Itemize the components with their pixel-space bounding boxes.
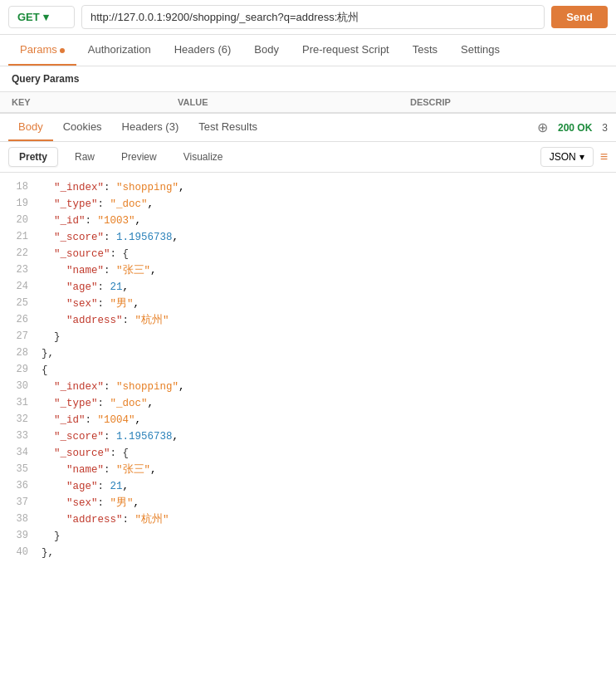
code-line: 21 "_score": 1.1956738,: [0, 229, 616, 246]
request-tabs: Params Authorization Headers (6) Body Pr…: [0, 35, 616, 66]
line-content: }: [42, 329, 616, 345]
response-body[interactable]: 18 "_index": "shopping",19 "_type": "_do…: [0, 173, 616, 590]
line-content: "_index": "shopping",: [42, 179, 616, 196]
tab-headers[interactable]: Headers (6): [163, 35, 243, 66]
response-status-area: ⊕ 200 OK 3: [537, 120, 608, 135]
format-bar: Pretty Raw Preview Visualize JSON ▾ ≡: [0, 142, 616, 173]
line-number: 21: [0, 229, 42, 246]
line-number: 31: [0, 395, 42, 412]
method-chevron: ▾: [43, 11, 49, 23]
fmt-raw[interactable]: Raw: [65, 148, 105, 166]
line-content: "_type": "_doc",: [42, 196, 616, 213]
line-content: "_score": 1.1956738,: [42, 428, 616, 445]
resp-tab-cookies[interactable]: Cookies: [53, 114, 112, 141]
code-line: 29{: [0, 362, 616, 379]
response-tabs: Body Cookies Headers (3) Test Results ⊕ …: [0, 113, 616, 142]
tab-pre-request[interactable]: Pre-request Script: [291, 35, 401, 66]
code-line: 20 "_id": "1003",: [0, 213, 616, 229]
line-content: "_source": {: [42, 445, 616, 462]
line-number: 36: [0, 478, 42, 495]
code-line: 23 "name": "张三",: [0, 262, 616, 279]
line-content: },: [42, 545, 616, 561]
line-number: 29: [0, 362, 42, 379]
line-number: 27: [0, 329, 42, 345]
code-line: 35 "name": "张三",: [0, 462, 616, 478]
line-number: 25: [0, 296, 42, 312]
column-headers: KEY VALUE DESCRIP: [0, 92, 616, 113]
fmt-pretty[interactable]: Pretty: [8, 147, 58, 167]
response-time: 3: [602, 122, 608, 134]
code-line: 26 "address": "杭州": [0, 312, 616, 329]
line-content: }: [42, 528, 616, 545]
line-content: "_type": "_doc",: [42, 395, 616, 412]
line-content: "_id": "1004",: [42, 412, 616, 428]
col-key-label: KEY: [12, 97, 178, 107]
method-dropdown[interactable]: GET ▾: [8, 6, 75, 28]
url-input[interactable]: [81, 5, 545, 29]
code-line: 33 "_score": 1.1956738,: [0, 428, 616, 445]
code-line: 22 "_source": {: [0, 246, 616, 262]
json-format-select[interactable]: JSON ▾: [540, 147, 594, 167]
line-number: 39: [0, 528, 42, 545]
resp-tab-test-results[interactable]: Test Results: [188, 114, 267, 141]
code-line: 36 "age": 21,: [0, 478, 616, 495]
code-line: 31 "_type": "_doc",: [0, 395, 616, 412]
line-content: {: [42, 362, 616, 379]
params-dot: [60, 48, 65, 53]
code-line: 37 "sex": "男",: [0, 495, 616, 511]
line-number: 32: [0, 412, 42, 428]
line-content: "sex": "男",: [42, 296, 616, 312]
resp-tab-body[interactable]: Body: [8, 114, 53, 141]
request-bar: GET ▾ Send: [0, 0, 616, 35]
line-number: 22: [0, 246, 42, 262]
line-content: "address": "杭州": [42, 312, 616, 329]
method-label: GET: [17, 11, 40, 23]
line-content: "name": "张三",: [42, 262, 616, 279]
code-line: 40},: [0, 545, 616, 561]
code-line: 34 "_source": {: [0, 445, 616, 462]
fmt-preview[interactable]: Preview: [111, 148, 167, 166]
wrap-icon[interactable]: ≡: [600, 149, 608, 164]
line-number: 33: [0, 428, 42, 445]
tab-body[interactable]: Body: [242, 35, 291, 66]
line-number: 28: [0, 345, 42, 362]
fmt-visualize[interactable]: Visualize: [174, 148, 233, 166]
code-line: 24 "age": 21,: [0, 279, 616, 296]
globe-icon: ⊕: [537, 120, 548, 135]
code-line: 27 }: [0, 329, 616, 345]
line-number: 35: [0, 462, 42, 478]
tab-settings[interactable]: Settings: [449, 35, 511, 66]
line-content: "_index": "shopping",: [42, 379, 616, 395]
line-content: "_id": "1003",: [42, 213, 616, 229]
tab-params[interactable]: Params: [8, 35, 76, 66]
line-number: 18: [0, 179, 42, 196]
code-line: 39 }: [0, 528, 616, 545]
code-line: 38 "address": "杭州": [0, 511, 616, 528]
col-value-label: VALUE: [178, 97, 410, 107]
line-content: "_score": 1.1956738,: [42, 229, 616, 246]
tab-tests[interactable]: Tests: [401, 35, 449, 66]
line-number: 19: [0, 196, 42, 213]
resp-tab-headers[interactable]: Headers (3): [112, 114, 189, 141]
line-content: "name": "张三",: [42, 462, 616, 478]
code-line: 19 "_type": "_doc",: [0, 196, 616, 213]
line-content: "address": "杭州": [42, 511, 616, 528]
line-number: 34: [0, 445, 42, 462]
line-number: 30: [0, 379, 42, 395]
code-line: 25 "sex": "男",: [0, 296, 616, 312]
code-line: 28},: [0, 345, 616, 362]
json-label: JSON: [550, 151, 576, 163]
col-desc-label: DESCRIP: [410, 97, 451, 107]
line-number: 23: [0, 262, 42, 279]
send-button[interactable]: Send: [551, 6, 608, 28]
line-content: "age": 21,: [42, 279, 616, 296]
status-ok-badge: 200 OK: [558, 122, 592, 134]
code-line: 18 "_index": "shopping",: [0, 179, 616, 196]
query-params-header: Query Params: [0, 66, 616, 92]
tab-authorization[interactable]: Authorization: [76, 35, 163, 66]
line-content: "age": 21,: [42, 478, 616, 495]
line-number: 38: [0, 511, 42, 528]
line-content: },: [42, 345, 616, 362]
line-content: "sex": "男",: [42, 495, 616, 511]
line-number: 24: [0, 279, 42, 296]
